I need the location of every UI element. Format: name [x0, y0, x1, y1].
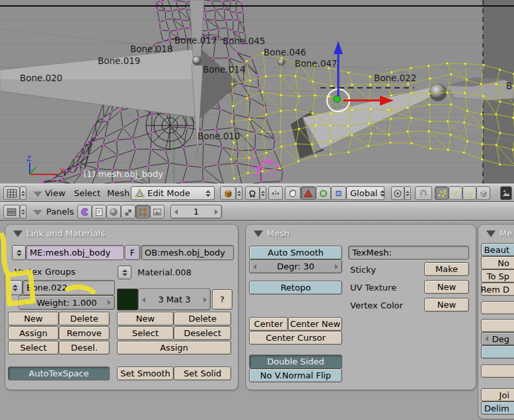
pivot-omega-icon [248, 189, 257, 198]
vgroup-remove-button[interactable]: Remove [59, 326, 110, 340]
material-browse-button[interactable] [118, 265, 131, 279]
retopo-toggle[interactable]: Retopo [249, 281, 342, 295]
set-smooth-button[interactable]: Set Smooth [117, 367, 174, 380]
editor-type-button-buttons-window[interactable] [3, 205, 20, 219]
vgroup-new-button[interactable]: New [8, 312, 59, 326]
bone-label: Bone.019 [98, 55, 140, 66]
sticky-label: Sticky [350, 265, 376, 275]
center-cursor-button[interactable]: Center Cursor [249, 331, 342, 345]
pivot-stepper[interactable] [260, 186, 266, 200]
proportional-edit-button[interactable] [391, 186, 404, 200]
editor-type-stepper-2[interactable] [20, 205, 26, 219]
set-solid-button[interactable]: Set Solid [174, 367, 231, 380]
object-context-button[interactable] [121, 205, 135, 219]
vertex-group-weight-slider[interactable]: Weight: 1.000 [18, 295, 115, 310]
auto-smooth-degrees-stepper[interactable]: Degr: 30 [249, 260, 342, 273]
material-index-stepper[interactable]: 3 Mat 3 [138, 289, 211, 310]
mode-selector-label: Edit Mode [147, 188, 190, 198]
logic-context-button[interactable] [77, 205, 92, 219]
tools-button-9[interactable] [481, 365, 514, 378]
mode-stepper-arrows [205, 190, 211, 197]
collapse-menus-triangle[interactable] [33, 192, 42, 197]
vertex-group-browse-button[interactable] [8, 280, 22, 295]
menu-view[interactable]: View [45, 184, 65, 203]
vgroup-delete-button[interactable]: Delete [59, 312, 110, 326]
material-select-button[interactable]: Select [117, 326, 174, 340]
editing-context-button[interactable] [135, 205, 150, 219]
panel-collapse-triangle[interactable] [486, 230, 496, 237]
proportional-edit-stepper[interactable] [404, 186, 411, 200]
mesh-name-field[interactable]: ME:mesh.obj_body [26, 245, 124, 260]
tools-button-6[interactable] [481, 319, 514, 332]
delimit-uvs-toggle[interactable]: Delim [481, 402, 514, 415]
grab-hand-button[interactable] [285, 186, 301, 200]
vgroup-deselect-button[interactable]: Desel. [59, 341, 110, 355]
panel-title: Me [499, 228, 512, 238]
hand-icon [287, 188, 298, 198]
mesh-datablock-browse-button[interactable] [12, 245, 26, 260]
material-color-swatch[interactable] [117, 289, 138, 310]
rotate-manipulator-button[interactable] [316, 186, 331, 200]
menu-mesh[interactable]: Mesh [107, 184, 129, 203]
texmesh-field[interactable]: TexMesh: [348, 246, 469, 260]
translate-manipulator-button[interactable] [301, 186, 316, 200]
no-vnormal-flip-toggle[interactable]: No V.Normal Flip [249, 368, 342, 382]
snap-button[interactable] [415, 186, 432, 200]
join-triangles-button[interactable]: Joi [481, 388, 514, 402]
panel-collapse-triangle[interactable] [13, 230, 22, 237]
orientation-selector[interactable]: Global [346, 186, 385, 200]
editor-type-button[interactable] [3, 186, 20, 200]
double-sided-toggle[interactable]: Double Sided [249, 355, 342, 368]
rem-doubles-button[interactable]: Rem D [481, 283, 514, 296]
editor-type-stepper[interactable] [20, 186, 26, 200]
autotexspace-toggle[interactable]: AutoTexSpace [8, 367, 110, 380]
script-context-button[interactable] [92, 205, 106, 219]
bone-label: Bone.020 [20, 73, 62, 83]
select-edge-mode-button[interactable] [449, 186, 462, 200]
material-assign-button[interactable]: Assign [117, 341, 231, 355]
shading-context-button[interactable] [106, 205, 121, 219]
material-new-button[interactable]: New [117, 312, 174, 326]
vgroup-assign-button[interactable]: Assign [8, 326, 59, 340]
to-sphere-button[interactable]: To Sp [481, 269, 514, 283]
occlude-geometry-button[interactable] [476, 186, 490, 200]
scene-context-button[interactable] [150, 205, 165, 219]
panel-link-and-materials: Link and Materials ME:mesh.obj_body F OB… [5, 225, 238, 390]
select-face-mode-button[interactable] [462, 186, 476, 200]
select-vertex-mode-button[interactable] [435, 186, 449, 200]
frame-number-stepper[interactable]: 1 [170, 205, 222, 219]
center-button[interactable]: Center [249, 317, 288, 331]
auto-smooth-toggle[interactable]: Auto Smooth [249, 246, 342, 260]
menu-select[interactable]: Select [74, 184, 100, 203]
frame-increment-arrow[interactable] [215, 209, 218, 215]
fake-user-button[interactable]: F [125, 245, 140, 260]
blender-window: Bone.020Bone.019Bone.018Bone.017Bone.045… [0, 0, 514, 420]
edit-mode-icon [135, 189, 145, 197]
material-delete-button[interactable]: Delete [174, 312, 231, 326]
material-help-button[interactable]: ? [212, 289, 233, 310]
uv-texture-new-button[interactable]: New [424, 280, 469, 294]
center-new-button[interactable]: Center New [288, 317, 342, 331]
draw-type-button[interactable] [220, 186, 236, 200]
vgroup-select-button[interactable]: Select [8, 341, 59, 355]
render-preview-button[interactable] [500, 186, 512, 200]
mode-selector[interactable]: Edit Mode [131, 186, 215, 200]
viewport-3d[interactable]: Bone.020Bone.019Bone.018Bone.017Bone.045… [0, 0, 514, 184]
sticky-make-button[interactable]: Make [424, 262, 469, 276]
bone-label: Bone.046 [264, 47, 306, 57]
noise-button[interactable]: No [481, 256, 514, 269]
tools-button-5[interactable] [481, 301, 514, 314]
collapse-menus-triangle-2[interactable] [33, 210, 42, 216]
draw-type-stepper[interactable] [236, 186, 242, 200]
pivot-button[interactable] [245, 186, 260, 200]
material-deselect-button[interactable]: Deselect [174, 326, 231, 340]
beauty-toggle[interactable]: Beaut [481, 243, 514, 256]
scale-manipulator-button[interactable] [331, 186, 346, 200]
tools-button-8[interactable] [481, 345, 514, 359]
vertex-group-name-field[interactable]: Bone.022 [22, 280, 115, 295]
panel-collapse-triangle[interactable] [254, 230, 263, 237]
frame-decrement-arrow[interactable] [174, 209, 178, 215]
degrees-stepper[interactable]: Deg [481, 332, 514, 345]
manipulator-toggle-button[interactable] [268, 186, 283, 200]
vertex-color-new-button[interactable]: New [424, 298, 469, 312]
